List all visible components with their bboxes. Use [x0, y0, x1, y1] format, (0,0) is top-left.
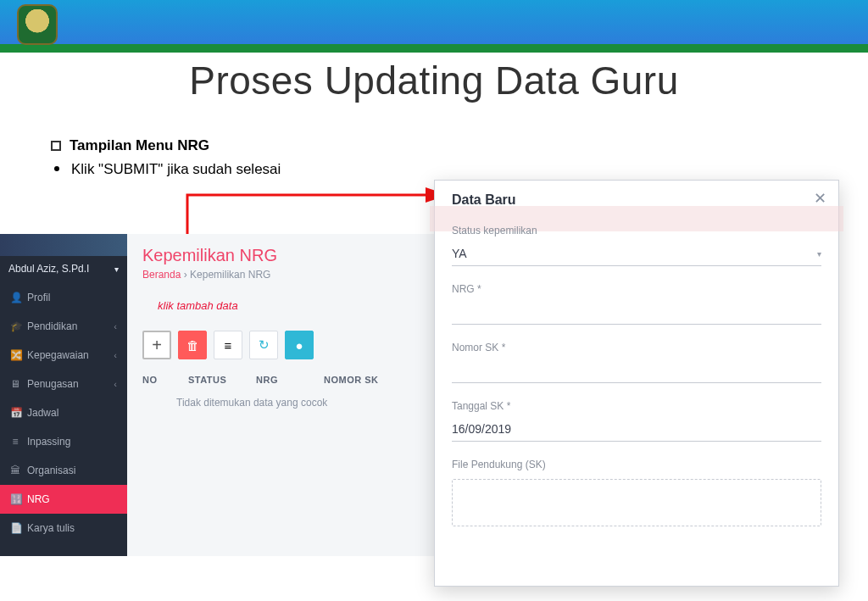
chevron-left-icon: ‹ [114, 321, 117, 331]
select-status[interactable]: YA ▾ [452, 242, 821, 266]
bullet-text: Klik "SUBMIT" jika sudah selesai [71, 161, 281, 177]
sidebar-item-label: Profil [27, 292, 50, 303]
sidebar-item-label: Inpassing [27, 436, 70, 448]
sidebar-item-label: Jadwal [27, 407, 58, 419]
sidebar-item-label: Pendidikan [27, 320, 77, 332]
field-nrg: NRG * [452, 283, 821, 325]
label-tanggal: Tanggal SK * [452, 400, 821, 412]
select-status-value: YA [452, 247, 467, 260]
delete-button[interactable]: 🗑 [178, 331, 207, 359]
title-bar [0, 0, 868, 53]
input-nrg[interactable] [452, 300, 821, 325]
table-header: NO STATUS NRG NOMOR SK [142, 375, 426, 385]
clock-button[interactable]: ● [285, 331, 314, 359]
sidebar-icon: 🔢 [10, 493, 20, 505]
sidebar-item-label: NRG [27, 493, 50, 505]
sidebar-icon: ≡ [10, 436, 20, 448]
col-nrg: NRG [256, 375, 315, 385]
chevron-left-icon: ‹ [114, 379, 117, 389]
field-tanggal: Tanggal SK * 16/09/2019 [452, 400, 821, 442]
sidebar-item-kepegawaian[interactable]: 🔀Kepegawaian‹ [0, 341, 127, 370]
sidebar-item-karya-tulis[interactable]: 📄Karya tulis [0, 514, 127, 543]
input-tanggal-value: 16/09/2019 [452, 422, 511, 436]
sidebar-item-label: Penugasan [27, 378, 79, 390]
table-empty: Tidak ditemukan data yang cocok [142, 397, 426, 409]
field-file: File Pendukung (SK) [452, 459, 821, 526]
crumb-current: Kepemilikan NRG [190, 269, 270, 281]
sidebar-icon: 📄 [10, 522, 20, 534]
label-status: Status kepemilikan [452, 225, 821, 237]
sidebar-item-organisasi[interactable]: 🏛Organisasi [0, 456, 127, 485]
label-nomor: Nomor SK * [452, 342, 821, 353]
refresh-button[interactable]: ↻ [249, 331, 278, 359]
input-tanggal[interactable]: 16/09/2019 [452, 417, 821, 442]
app-screenshot: Abdul Aziz, S.Pd.I ▾ 👤Profil🎓Pendidikan‹… [0, 234, 441, 556]
sidebar-item-inpassing[interactable]: ≡Inpassing [0, 427, 127, 456]
field-status: Status kepemilikan YA ▾ [452, 225, 821, 266]
emblem-icon [17, 4, 58, 45]
sidebar-user[interactable]: Abdul Aziz, S.Pd.I ▾ [0, 256, 127, 283]
crumb-sep: › [184, 269, 187, 281]
breadcrumb: Beranda › Kepemilikan NRG [142, 269, 426, 281]
modal-data-baru: ✕ Data Baru Status kepemilikan YA ▾ NRG … [434, 180, 839, 587]
crumb-home[interactable]: Beranda [142, 269, 181, 281]
square-bullet-icon [51, 141, 61, 151]
bullet-heading: Tampilan Menu NRG [70, 137, 209, 153]
sidebar-user-name: Abdul Aziz, S.Pd.I [8, 263, 89, 275]
sidebar-icon: 🔀 [10, 349, 20, 361]
field-nomor: Nomor SK * [452, 342, 821, 383]
close-icon[interactable]: ✕ [814, 189, 826, 208]
file-dropzone[interactable] [452, 479, 821, 526]
sidebar-item-nrg[interactable]: 🔢NRG [0, 485, 127, 514]
col-status: STATUS [188, 375, 248, 385]
sidebar-icon: 👤 [10, 292, 20, 303]
sidebar-item-profil[interactable]: 👤Profil [0, 283, 127, 312]
main-panel: Kepemilikan NRG Beranda › Kepemilikan NR… [127, 234, 441, 556]
modal-title: Data Baru [452, 192, 821, 208]
col-nomorsk: NOMOR SK [324, 375, 392, 385]
sidebar-item-pendidikan[interactable]: 🎓Pendidikan‹ [0, 312, 127, 341]
bullet-list: Tampilan Menu NRG Klik "SUBMIT" jika sud… [51, 137, 281, 185]
sidebar-icon: 🎓 [10, 320, 20, 332]
slide-title: Proses Updating Data Guru [0, 58, 868, 103]
page-title: Kepemilikan NRG [142, 246, 426, 265]
sidebar-icon: 📅 [10, 407, 20, 419]
sidebar-banner [0, 234, 127, 256]
sidebar: Abdul Aziz, S.Pd.I ▾ 👤Profil🎓Pendidikan‹… [0, 234, 127, 556]
sidebar-item-label: Karya tulis [27, 522, 75, 534]
dot-bullet-icon [54, 166, 59, 171]
sidebar-icon: 🏛 [10, 465, 20, 476]
chevron-down-icon: ▾ [817, 249, 821, 259]
label-file: File Pendukung (SK) [452, 459, 821, 470]
input-nomor[interactable] [452, 359, 821, 383]
toolbar: + 🗑 ≡ ↻ ● [142, 331, 426, 359]
sidebar-item-jadwal[interactable]: 📅Jadwal [0, 398, 127, 427]
col-no: NO [142, 375, 180, 385]
list-button[interactable]: ≡ [214, 331, 242, 359]
chevron-left-icon: ‹ [114, 350, 117, 360]
annotation-text: klik tambah data [158, 299, 426, 312]
chevron-down-icon: ▾ [114, 264, 119, 274]
label-nrg: NRG * [452, 283, 821, 295]
sidebar-item-label: Kepegawaian [27, 349, 89, 361]
add-button[interactable]: + [142, 331, 171, 359]
sidebar-icon: 🖥 [10, 378, 20, 390]
sidebar-item-penugasan[interactable]: 🖥Penugasan‹ [0, 370, 127, 398]
sidebar-item-label: Organisasi [27, 465, 75, 476]
